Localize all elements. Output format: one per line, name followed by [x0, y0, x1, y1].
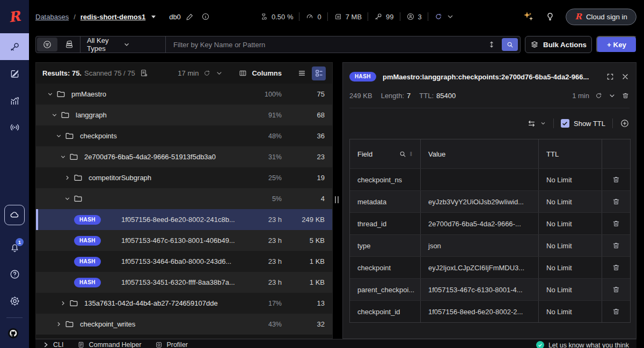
list-view-button[interactable]: [295, 66, 309, 80]
tree-folder-row[interactable]: checkpoints48%36: [36, 125, 332, 146]
field-row[interactable]: typejsonNo Limit: [350, 234, 630, 256]
tree-folder-row[interactable]: langgraph91%68: [36, 105, 332, 125]
field-ttl[interactable]: No Limit: [539, 257, 602, 278]
chevron-down-icon[interactable]: [55, 132, 64, 139]
key-filter-input[interactable]: [166, 36, 484, 53]
search-fields-button[interactable]: ‖: [399, 150, 413, 158]
group-keys-button[interactable]: [58, 36, 80, 53]
search-button[interactable]: [502, 38, 518, 51]
delete-field-button[interactable]: [602, 257, 630, 278]
field-ttl[interactable]: No Limit: [539, 301, 602, 322]
panel-resize-handle[interactable]: [335, 196, 339, 203]
github-link[interactable]: [0, 321, 29, 348]
columns-button[interactable]: Columns: [238, 69, 282, 78]
field-ttl[interactable]: No Limit: [539, 213, 602, 234]
chevron-right-icon[interactable]: [60, 300, 68, 307]
scan-more-icon[interactable]: [140, 69, 149, 78]
field-row[interactable]: thread_id2e700d76-6ba5-4da2-9666-...No L…: [350, 212, 630, 234]
cloud-sign-in-button[interactable]: R Cloud sign in: [566, 9, 636, 25]
breadcrumb-databases-link[interactable]: Databases: [35, 13, 69, 21]
notifications-button[interactable]: 1: [0, 234, 29, 261]
show-ttl-toggle[interactable]: Show TTL: [561, 119, 605, 128]
keys-refresh-group[interactable]: 17 min: [178, 69, 223, 77]
tree-folder-row[interactable]: 135a7631-042d-44b4-ab27-724659107dde17%1…: [36, 293, 332, 314]
nav-pubsub[interactable]: [0, 114, 29, 140]
breadcrumb-db-name[interactable]: redis-short-demos1: [80, 13, 145, 21]
field-value[interactable]: 1f057156-8eed-6e20-8002-2...: [421, 301, 539, 322]
field-name[interactable]: type: [350, 235, 421, 256]
chevron-down-icon[interactable]: [64, 195, 72, 202]
delete-field-button[interactable]: [602, 191, 630, 212]
field-ttl[interactable]: No Limit: [539, 191, 602, 212]
db-info-icon[interactable]: [201, 12, 210, 21]
metrics-refresh[interactable]: [434, 12, 455, 21]
field-value[interactable]: 2e700d76-6ba5-4da2-9666-...: [421, 213, 539, 234]
delete-key-button[interactable]: [621, 92, 630, 100]
refresh-icon[interactable]: [595, 92, 603, 100]
field-name[interactable]: parent_checkpoi...: [350, 279, 421, 300]
field-value[interactable]: [421, 169, 539, 190]
help-button[interactable]: [0, 261, 29, 287]
field-row[interactable]: checkpoint_nsNo Limit: [350, 168, 630, 190]
edit-db-alias-button[interactable]: [186, 12, 194, 21]
delete-field-button[interactable]: [602, 169, 630, 190]
tree-folder-row[interactable]: pmMaestro100%75: [36, 84, 332, 105]
field-name[interactable]: checkpoint_ns: [350, 169, 421, 190]
chevron-right-icon[interactable]: [64, 174, 72, 181]
nav-workbench[interactable]: [0, 60, 29, 87]
delete-field-button[interactable]: [602, 213, 630, 234]
key-name[interactable]: pmMaestro:langgraph:checkpoints:2e700d76…: [383, 73, 599, 81]
feedback-link[interactable]: Let us know what you think: [536, 341, 629, 348]
tree-key-row[interactable]: HASH1f057153-3464-6ba0-8000-243d6...23 h…: [36, 251, 332, 272]
field-ttl[interactable]: No Limit: [539, 279, 602, 300]
tree-key-row[interactable]: HASH1f057153-3451-6320-ffff-8aa38b7a...2…: [36, 272, 332, 293]
cli-button[interactable]: CLI: [42, 341, 63, 348]
field-value[interactable]: json: [421, 235, 539, 256]
tree-view-button[interactable]: [312, 66, 326, 80]
filter-history-button[interactable]: [484, 40, 500, 49]
chevron-down-icon[interactable]: [60, 153, 68, 160]
add-field-button[interactable]: [620, 119, 630, 128]
redis-logo[interactable]: R: [0, 0, 29, 33]
field-row[interactable]: metadataeyJzb3VyY2UiOiJsb29wIiwid...No L…: [350, 190, 630, 212]
key-ttl[interactable]: 85400: [436, 92, 456, 100]
tree-folder-row[interactable]: checkpoint_writes43%32: [36, 314, 332, 335]
column-resize-handle[interactable]: ‖: [410, 151, 413, 157]
field-ttl[interactable]: No Limit: [539, 235, 602, 256]
nav-browser-keys[interactable]: [0, 33, 29, 60]
tree-key-row[interactable]: HASH1f057156-8eed-6e20-8002-241c8b...23 …: [36, 209, 332, 230]
settings-button[interactable]: [0, 287, 29, 314]
field-name[interactable]: checkpoint: [350, 257, 421, 278]
chevron-down-icon[interactable]: [608, 92, 616, 100]
insights-lightbulb-icon[interactable]: [545, 12, 555, 21]
cloud-console-button[interactable]: [4, 205, 25, 225]
field-name[interactable]: thread_id: [350, 213, 421, 234]
checkbox-checked-icon[interactable]: [561, 119, 569, 128]
field-row[interactable]: checkpoint_id1f057156-8eed-6e20-8002-2..…: [350, 300, 630, 322]
copilot-sparkles-icon[interactable]: [522, 10, 535, 23]
field-value[interactable]: eyJzb3VyY2UiOiJsb29wIiwid...: [421, 191, 539, 212]
field-value[interactable]: eyJ2IjoxLCJpZCI6IjFmMDU3...: [421, 257, 539, 278]
chevron-down-icon[interactable]: [51, 112, 60, 119]
field-value[interactable]: 1f057153-467c-6130-8001-4...: [421, 279, 539, 300]
field-row[interactable]: parent_checkpoi...1f057153-467c-6130-800…: [350, 278, 630, 300]
field-ttl[interactable]: No Limit: [539, 169, 602, 190]
command-helper-button[interactable]: Command Helper: [77, 341, 141, 348]
bulk-actions-button[interactable]: Bulk Actions: [525, 36, 592, 53]
chevron-down-icon[interactable]: [215, 69, 223, 77]
chevron-right-icon[interactable]: [55, 321, 64, 328]
profiler-button[interactable]: Profiler: [155, 341, 188, 348]
key-type-select[interactable]: All Key Types: [80, 36, 165, 53]
nav-analytics[interactable]: [0, 87, 29, 114]
fullscreen-icon[interactable]: [606, 72, 614, 81]
delete-field-button[interactable]: [602, 279, 630, 300]
add-key-button[interactable]: + Key: [596, 36, 637, 53]
chevron-down-icon[interactable]: [151, 16, 156, 18]
tree-folder-row[interactable]: 5%4: [36, 188, 332, 209]
refresh-icon[interactable]: [203, 69, 211, 77]
filter-mode-button[interactable]: [37, 38, 57, 51]
chevron-down-icon[interactable]: [47, 91, 55, 98]
formatter-select[interactable]: [527, 119, 546, 128]
tree-key-row[interactable]: HASH1f057153-467c-6130-8001-406b49...23 …: [36, 230, 332, 251]
close-icon[interactable]: [621, 72, 630, 81]
